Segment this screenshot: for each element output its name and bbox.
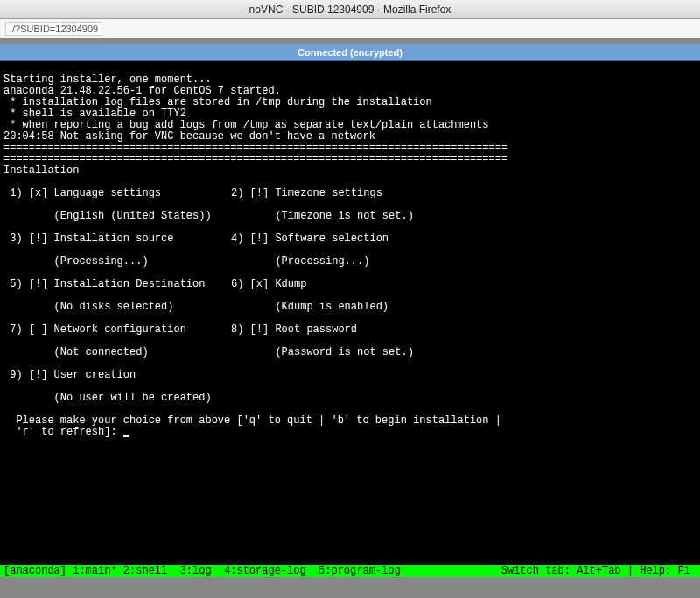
console-sep: ========================================… — [4, 153, 508, 165]
menu-item-2-sub: (Timezone is not set.) — [231, 211, 414, 222]
prompt-line[interactable]: 'r' to refresh]: — [4, 426, 130, 438]
menu-item-5-sub: (No disks selected) — [4, 302, 231, 313]
browser-url-bar: :/?SUBID=12304909 — [0, 19, 700, 38]
console-line: Starting installer, one moment... — [4, 73, 212, 86]
menu-item-8-sub: (Password is not set.) — [231, 347, 414, 358]
menu-item-2: 2) [!] Timezone settings — [231, 188, 382, 199]
tmux-help: Switch tab: Alt+Tab | Help: F1 — [501, 565, 696, 577]
console-line: anaconda 21.48.22.56-1 for CentOS 7 star… — [4, 85, 281, 97]
cursor-icon — [123, 435, 130, 437]
menu-item-9-sub: (No user will be created) — [4, 393, 231, 404]
console-sep: ========================================… — [4, 142, 508, 154]
console-line: 20:04:58 Not asking for VNC because we d… — [4, 130, 375, 143]
menu-item-9: 9) [!] User creation — [4, 370, 231, 381]
menu-item-1-sub: (English (United States)) — [4, 211, 231, 222]
console-heading: Installation — [4, 164, 79, 177]
vnc-status-bar: Connected (encrypted) — [0, 44, 700, 61]
menu-item-8: 8) [!] Root password — [231, 324, 357, 336]
console-line: * installation log files are stored in /… — [4, 96, 432, 108]
menu-item-4: 4) [!] Software selection — [231, 233, 388, 245]
menu-item-3: 3) [!] Installation source — [4, 233, 231, 245]
menu-item-4-sub: (Processing...) — [231, 256, 369, 268]
terminal-output[interactable]: Starting installer, one moment... anacon… — [0, 61, 700, 577]
tmux-status-bar: [anaconda] 1:main* 2:shell 3:log 4:stora… — [0, 565, 700, 577]
window-title-bar: noVNC - SUBID 12304909 - Mozilla Firefox — [0, 0, 700, 19]
prompt-line: Please make your choice from above ['q' … — [4, 414, 501, 427]
menu-item-6: 6) [x] Kdump — [231, 279, 306, 290]
menu-item-6-sub: (Kdump is enabled) — [231, 302, 388, 313]
menu-item-3-sub: (Processing...) — [4, 256, 231, 268]
url-input[interactable]: :/?SUBID=12304909 — [5, 22, 102, 36]
window-title: noVNC - SUBID 12304909 - Mozilla Firefox — [249, 3, 452, 16]
menu-item-7: 7) [ ] Network configuration — [4, 324, 231, 336]
menu-item-7-sub: (Not connected) — [4, 347, 231, 358]
console-line: * when reporting a bug add logs from /tm… — [4, 119, 489, 131]
menu-item-1: 1) [x] Language settings — [4, 188, 231, 199]
tmux-tabs: [anaconda] 1:main* 2:shell 3:log 4:stora… — [4, 565, 401, 577]
menu-item-5: 5) [!] Installation Destination — [4, 279, 231, 290]
vnc-container: Connected (encrypted) Starting installer… — [0, 38, 700, 577]
console-line: * shell is available on TTY2 — [4, 108, 186, 120]
vnc-status-text: Connected (encrypted) — [298, 47, 402, 58]
